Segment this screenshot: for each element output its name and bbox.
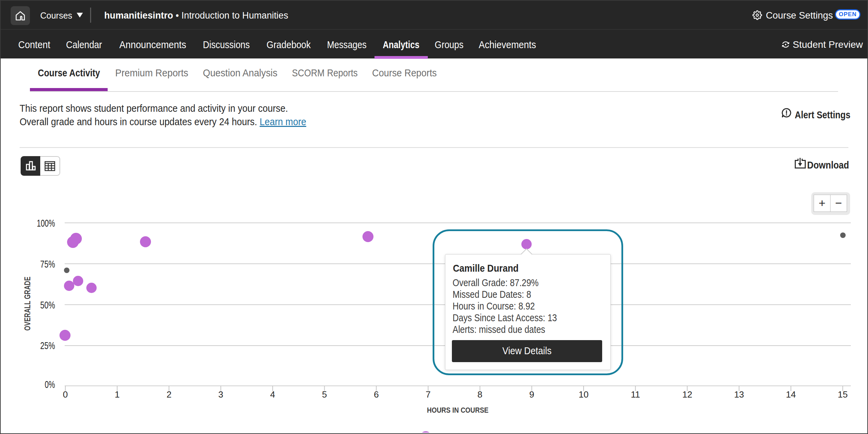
svg-text:75%: 75% [40, 258, 55, 270]
svg-text:100%: 100% [37, 217, 55, 229]
svg-text:0%: 0% [45, 379, 55, 390]
svg-text:6: 6 [374, 389, 379, 400]
svg-text:8: 8 [477, 389, 482, 400]
svg-text:1: 1 [115, 389, 119, 400]
svg-text:15: 15 [838, 389, 848, 400]
svg-text:50%: 50% [40, 299, 55, 311]
svg-text:12: 12 [682, 389, 692, 400]
svg-text:7: 7 [426, 389, 431, 400]
svg-text:14: 14 [786, 389, 796, 400]
svg-text:OVERALL GRADE: OVERALL GRADE [23, 277, 32, 331]
svg-text:11: 11 [631, 389, 640, 400]
svg-text:10: 10 [579, 389, 589, 400]
svg-text:25%: 25% [40, 340, 55, 351]
svg-text:9: 9 [529, 389, 534, 400]
svg-text:5: 5 [322, 389, 327, 400]
svg-text:3: 3 [218, 389, 223, 400]
svg-text:2: 2 [166, 389, 171, 400]
svg-text:HOURS IN COURSE: HOURS IN COURSE [427, 406, 489, 414]
svg-text:4: 4 [270, 389, 275, 400]
svg-text:0: 0 [63, 389, 68, 400]
svg-text:13: 13 [734, 389, 744, 400]
